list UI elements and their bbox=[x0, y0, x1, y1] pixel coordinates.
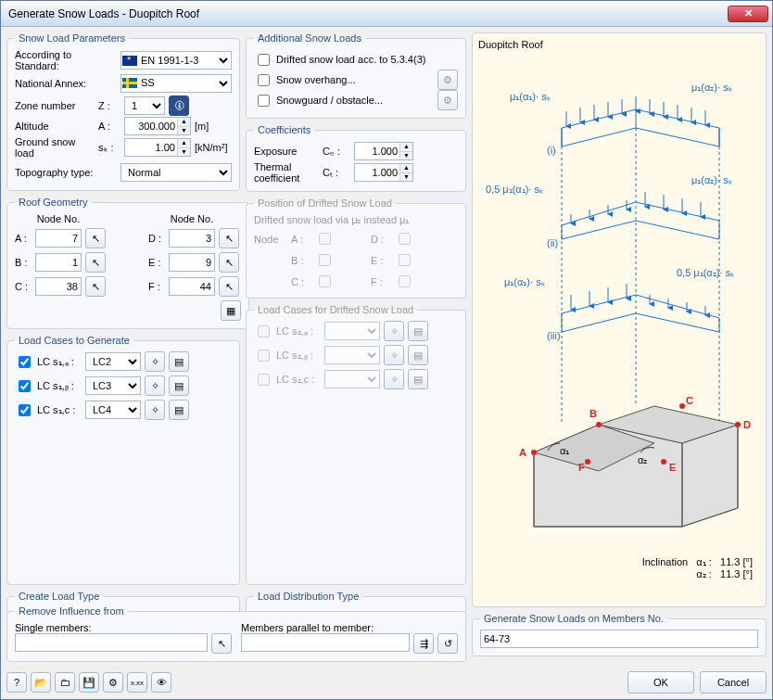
lc-s2a-select bbox=[324, 322, 380, 340]
drifted-check[interactable] bbox=[258, 54, 270, 66]
svg-text:(iii): (iii) bbox=[547, 330, 561, 341]
svg-text:μ₁(α₁)· sₖ: μ₁(α₁)· sₖ bbox=[504, 276, 546, 287]
overhang-check[interactable] bbox=[258, 74, 270, 86]
pick-node-e-button[interactable]: ↖ bbox=[219, 252, 239, 273]
exposure-spinner[interactable]: ▲▼ bbox=[354, 142, 413, 160]
lc-new-button[interactable]: ✧ bbox=[145, 400, 165, 420]
altitude-unit: [m] bbox=[195, 121, 209, 132]
altitude-symbol: A : bbox=[98, 121, 120, 132]
lc-edit-button[interactable]: ▤ bbox=[169, 375, 189, 396]
node-header: Node No. bbox=[169, 213, 215, 224]
standard-label: According to Standard: bbox=[15, 49, 117, 71]
svg-text:α₂: α₂ bbox=[638, 454, 647, 465]
save-button[interactable]: 💾 bbox=[79, 672, 99, 693]
panel-legend: Load Cases for Drifted Snow Load bbox=[254, 304, 417, 315]
parallel-members-label: Members parallel to member: bbox=[241, 622, 458, 633]
panel-legend: Generate Snow Loads on Members No. bbox=[480, 613, 667, 624]
zone-info-button[interactable]: 🛈 bbox=[169, 95, 189, 116]
lc-s1b-select[interactable]: LC3 bbox=[85, 376, 141, 395]
lc-s1c-select[interactable]: LC4 bbox=[85, 401, 141, 419]
exposure-symbol: Cₑ : bbox=[323, 146, 350, 158]
standard-select[interactable] bbox=[120, 51, 232, 70]
close-button[interactable]: ✕ bbox=[728, 6, 768, 22]
thermal-symbol: Cₜ : bbox=[323, 167, 350, 179]
panel-legend: Load Distribution Type bbox=[254, 591, 362, 602]
topo-label: Topography type: bbox=[15, 167, 117, 178]
svg-text:F: F bbox=[578, 462, 585, 473]
open-folder-button[interactable]: 📂 bbox=[31, 672, 51, 693]
panel-legend: Create Load Type bbox=[15, 591, 103, 602]
units-button[interactable]: x.xx bbox=[127, 672, 147, 693]
panel-legend: Additional Snow Loads bbox=[254, 32, 365, 44]
lc-new-button: ✧ bbox=[384, 345, 404, 365]
annex-select[interactable] bbox=[120, 74, 232, 93]
ground-symbol: sₖ : bbox=[98, 142, 120, 154]
pick-single-members-button[interactable]: ↖ bbox=[211, 633, 232, 654]
members-input[interactable] bbox=[480, 630, 758, 648]
lc-s2a-check bbox=[258, 325, 270, 337]
roof-geometry-panel: Roof Geometry Node No. Node No. A :↖ D :… bbox=[6, 197, 249, 329]
node-header: Node No. bbox=[35, 213, 82, 224]
svg-text:C: C bbox=[686, 395, 693, 406]
exposure-label: Exposure bbox=[254, 146, 319, 157]
drift-c-check bbox=[319, 275, 331, 287]
pick-node-c-button[interactable]: ↖ bbox=[85, 276, 106, 297]
snow-load-parameters-panel: Snow Load Parameters According to Standa… bbox=[6, 32, 240, 191]
settings-button[interactable]: ⚙ bbox=[103, 672, 123, 693]
ground-unit: [kN/m²] bbox=[195, 142, 227, 153]
svg-text:(i): (i) bbox=[547, 145, 556, 156]
svg-point-50 bbox=[661, 459, 666, 465]
lc-edit-button: ▤ bbox=[408, 345, 428, 365]
lc-new-button[interactable]: ✧ bbox=[145, 375, 165, 396]
lc-s2b-check bbox=[258, 350, 270, 362]
node-c-input[interactable] bbox=[35, 277, 82, 296]
lc-edit-button[interactable]: ▤ bbox=[169, 400, 189, 420]
lc-s1c-check[interactable] bbox=[19, 404, 31, 416]
thermal-spinner[interactable]: ▲▼ bbox=[354, 163, 413, 182]
lc-s1a-check[interactable] bbox=[19, 356, 31, 368]
help-button[interactable]: ? bbox=[6, 672, 27, 693]
drift-f-check bbox=[399, 275, 411, 287]
pick-node-f-button[interactable]: ↖ bbox=[219, 276, 239, 297]
drifted-note: Drifted snow load via μ₂ instead μ₁ bbox=[254, 214, 458, 226]
zone-select[interactable]: 1 bbox=[124, 96, 165, 115]
svg-text:μ₁(α₁)· sₖ: μ₁(α₁)· sₖ bbox=[510, 91, 551, 102]
node-b-input[interactable] bbox=[35, 253, 82, 272]
altitude-spinner[interactable]: ▲▼ bbox=[124, 117, 191, 135]
snowguard-check[interactable] bbox=[258, 95, 270, 107]
svg-text:A: A bbox=[519, 447, 526, 458]
pick-node-d-button[interactable]: ↖ bbox=[219, 228, 239, 248]
parallel-members-input[interactable] bbox=[241, 633, 410, 652]
lc-s1a-select[interactable]: LC2 bbox=[85, 352, 141, 371]
single-members-input[interactable] bbox=[15, 633, 208, 652]
lc-s1b-check[interactable] bbox=[19, 380, 31, 392]
svg-text:0,5 μ₁(α₂)· sₖ: 0,5 μ₁(α₂)· sₖ bbox=[677, 267, 735, 278]
load-cases-generate-panel: Load Cases to Generate LC s₁,ₐ : LC2 ✧ ▤… bbox=[6, 335, 240, 585]
node-d-input[interactable] bbox=[169, 229, 215, 248]
dialog-window: Generate Snow Loads - Duopitch Roof ✕ Sn… bbox=[0, 0, 773, 700]
svg-text:μ₁(α₂)· sₖ: μ₁(α₂)· sₖ bbox=[691, 82, 733, 93]
pick-node-a-button[interactable]: ↖ bbox=[85, 228, 106, 248]
ok-button[interactable]: OK bbox=[627, 671, 694, 694]
coefficients-panel: Coefficients Exposure Cₑ : ▲▼ Thermal co… bbox=[246, 124, 466, 192]
clear-parallel-button[interactable]: ↺ bbox=[437, 633, 458, 654]
node-a-input[interactable] bbox=[35, 229, 82, 248]
pick-parallel-button[interactable]: ⇶ bbox=[413, 633, 434, 654]
lc-new-button[interactable]: ✧ bbox=[145, 351, 165, 372]
cancel-button[interactable]: Cancel bbox=[700, 671, 767, 694]
ground-spinner[interactable]: ▲▼ bbox=[124, 138, 191, 157]
drifted-load-cases-panel: Load Cases for Drifted Snow Load LC s₂,ₐ… bbox=[246, 304, 466, 585]
window-title: Generate Snow Loads - Duopitch Roof bbox=[8, 7, 728, 20]
node-f-input[interactable] bbox=[169, 277, 215, 296]
pick-node-b-button[interactable]: ↖ bbox=[85, 252, 106, 273]
preview-button[interactable]: 👁 bbox=[151, 672, 171, 693]
explorer-button[interactable]: 🗀 bbox=[55, 672, 75, 693]
lc-edit-button[interactable]: ▤ bbox=[169, 351, 189, 372]
node-e-input[interactable] bbox=[169, 253, 215, 272]
roof-preview-button[interactable]: ▦ bbox=[221, 300, 241, 321]
annex-label: National Annex: bbox=[15, 78, 117, 89]
lc-s2b-select bbox=[324, 346, 380, 364]
topography-select[interactable]: Normal bbox=[120, 163, 232, 182]
diagram-title: Duopitch Roof bbox=[478, 39, 760, 50]
panel-legend: Coefficients bbox=[254, 124, 314, 135]
